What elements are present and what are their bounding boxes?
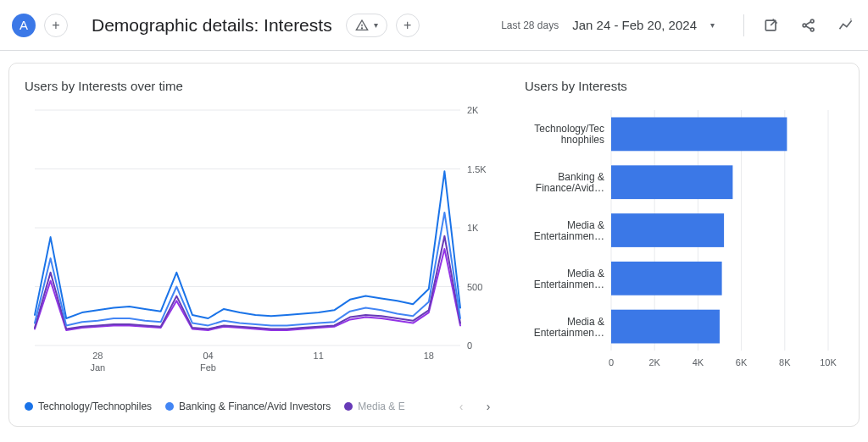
bar-chart-panel: Users by Interests 02K4K6K8K10KTechnolog… bbox=[525, 79, 838, 417]
legend-item-2[interactable]: Banking & Finance/Avid Investors bbox=[165, 401, 331, 412]
report-card: Users by Interests over time 05001K1.5K2… bbox=[8, 63, 860, 427]
report-body: Users by Interests over time 05001K1.5K2… bbox=[0, 51, 868, 442]
svg-point-4 bbox=[810, 19, 814, 23]
svg-text:Media &: Media & bbox=[567, 268, 604, 279]
svg-text:4K: 4K bbox=[693, 357, 704, 367]
bar-chart-title: Users by Interests bbox=[525, 79, 838, 93]
svg-text:Finance/Avid…: Finance/Avid… bbox=[536, 182, 604, 194]
account-avatar[interactable]: A bbox=[12, 14, 36, 37]
legend-prev-button[interactable]: ‹ bbox=[450, 395, 472, 417]
insights-icon[interactable] bbox=[836, 15, 856, 36]
chevron-down-icon: ▾ bbox=[374, 20, 378, 30]
legend-label: Banking & Finance/Avid Investors bbox=[179, 401, 331, 412]
svg-text:2K: 2K bbox=[467, 105, 479, 115]
legend-nav: ‹ › bbox=[450, 395, 499, 417]
page-title: Demographic details: Interests bbox=[92, 15, 332, 36]
svg-rect-36 bbox=[611, 118, 787, 152]
line-chart: 05001K1.5K2K28Jan04Feb1118 bbox=[25, 105, 499, 384]
svg-rect-45 bbox=[611, 262, 722, 296]
share-icon[interactable] bbox=[798, 15, 819, 36]
svg-text:6K: 6K bbox=[736, 357, 748, 367]
customize-report-icon[interactable] bbox=[761, 15, 782, 36]
legend-label: Technology/Technophiles bbox=[38, 401, 152, 412]
svg-rect-48 bbox=[611, 310, 720, 344]
date-range[interactable]: Jan 24 - Feb 20, 2024 bbox=[572, 18, 697, 32]
avatar-letter: A bbox=[19, 18, 28, 32]
legend-dot bbox=[344, 402, 353, 411]
line-chart-title: Users by Interests over time bbox=[25, 79, 499, 93]
svg-point-3 bbox=[803, 24, 806, 27]
svg-text:Entertainmen…: Entertainmen… bbox=[534, 327, 604, 339]
legend-label: Media & E bbox=[358, 401, 404, 412]
svg-text:04: 04 bbox=[203, 351, 213, 361]
separator bbox=[743, 14, 744, 36]
svg-text:28: 28 bbox=[92, 351, 103, 361]
svg-point-1 bbox=[361, 27, 362, 28]
add-comparison-button[interactable]: + bbox=[44, 14, 68, 37]
svg-text:11: 11 bbox=[314, 351, 324, 361]
add-filter-button[interactable]: + bbox=[396, 14, 420, 37]
legend-item-1[interactable]: Technology/Technophiles bbox=[25, 401, 152, 412]
legend-dot bbox=[25, 402, 33, 411]
svg-text:Technology/Tec: Technology/Tec bbox=[534, 123, 604, 135]
legend-dot bbox=[165, 402, 174, 411]
svg-text:Feb: Feb bbox=[200, 362, 216, 373]
svg-point-5 bbox=[810, 28, 814, 31]
svg-text:Jan: Jan bbox=[90, 362, 105, 373]
svg-text:Entertainmen…: Entertainmen… bbox=[534, 230, 604, 242]
svg-text:Media &: Media & bbox=[567, 316, 604, 328]
date-range-dropdown[interactable]: ▾ bbox=[710, 20, 715, 30]
svg-text:10K: 10K bbox=[820, 357, 837, 367]
svg-text:hnophiles: hnophiles bbox=[561, 134, 604, 146]
legend-next-button[interactable]: › bbox=[477, 395, 499, 417]
svg-line-6 bbox=[806, 21, 811, 24]
svg-text:0: 0 bbox=[609, 357, 614, 367]
svg-text:Banking &: Banking & bbox=[558, 171, 604, 183]
svg-text:Media &: Media & bbox=[567, 219, 604, 231]
svg-line-7 bbox=[806, 25, 811, 28]
svg-text:1.5K: 1.5K bbox=[467, 164, 487, 174]
line-legend: Technology/Technophiles Banking & Financ… bbox=[25, 395, 499, 417]
svg-rect-39 bbox=[611, 165, 732, 199]
warning-icon bbox=[355, 19, 369, 32]
svg-text:2K: 2K bbox=[648, 357, 660, 367]
header: A + Demographic details: Interests ▾ + L… bbox=[0, 0, 868, 51]
svg-text:18: 18 bbox=[424, 351, 434, 361]
legend-item-3[interactable]: Media & E bbox=[344, 401, 404, 412]
svg-rect-42 bbox=[611, 213, 724, 247]
svg-text:500: 500 bbox=[467, 282, 482, 292]
data-quality-chip[interactable]: ▾ bbox=[346, 14, 387, 37]
date-range-label: Last 28 days bbox=[501, 19, 559, 31]
bar-chart: 02K4K6K8K10KTechnology/TechnophilesBanki… bbox=[525, 105, 838, 384]
svg-text:0: 0 bbox=[467, 340, 472, 351]
line-chart-panel: Users by Interests over time 05001K1.5K2… bbox=[25, 79, 499, 417]
svg-text:Entertainmen…: Entertainmen… bbox=[534, 279, 604, 290]
svg-text:8K: 8K bbox=[779, 357, 791, 367]
svg-text:1K: 1K bbox=[467, 223, 479, 233]
